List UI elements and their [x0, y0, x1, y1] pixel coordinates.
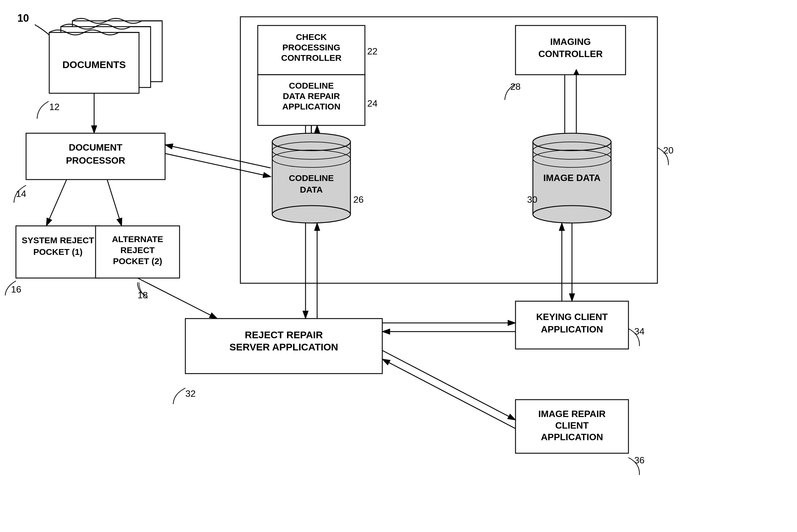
svg-text:16: 16	[11, 284, 21, 294]
svg-text:32: 32	[185, 388, 196, 399]
svg-text:12: 12	[49, 102, 60, 112]
svg-text:DATA REPAIR: DATA REPAIR	[283, 91, 340, 101]
svg-text:SYSTEM REJECT: SYSTEM REJECT	[22, 235, 94, 245]
svg-text:CHECK: CHECK	[296, 32, 327, 42]
svg-line-14	[107, 179, 121, 226]
svg-text:IMAGE DATA: IMAGE DATA	[543, 173, 601, 183]
svg-text:PROCESSOR: PROCESSOR	[66, 155, 125, 166]
svg-text:DOCUMENT: DOCUMENT	[69, 142, 122, 153]
svg-text:CODELINE: CODELINE	[289, 81, 334, 90]
svg-text:DATA: DATA	[300, 185, 323, 194]
svg-line-13	[46, 179, 67, 226]
svg-text:CLIENT: CLIENT	[555, 420, 589, 431]
svg-line-82	[382, 350, 515, 420]
svg-text:IMAGE REPAIR: IMAGE REPAIR	[538, 408, 606, 419]
svg-text:30: 30	[527, 194, 537, 205]
svg-text:DOCUMENTS: DOCUMENTS	[62, 59, 126, 70]
svg-text:24: 24	[367, 98, 378, 109]
svg-text:14: 14	[16, 189, 26, 199]
svg-text:34: 34	[634, 326, 645, 337]
svg-text:CODELINE: CODELINE	[289, 173, 334, 183]
svg-text:APPLICATION: APPLICATION	[541, 324, 603, 335]
svg-text:36: 36	[634, 455, 645, 466]
svg-text:PROCESSING: PROCESSING	[282, 42, 340, 52]
svg-line-83	[382, 359, 515, 429]
svg-text:20: 20	[663, 145, 673, 155]
svg-text:POCKET (2): POCKET (2)	[113, 256, 162, 266]
svg-text:APPLICATION: APPLICATION	[541, 432, 603, 442]
svg-text:REJECT: REJECT	[120, 245, 155, 255]
svg-text:10: 10	[17, 12, 29, 24]
svg-text:REJECT REPAIR: REJECT REPAIR	[245, 329, 323, 340]
diagram-svg: 10 DOCUMENTS 12	[0, 0, 797, 532]
svg-point-60	[533, 206, 611, 223]
svg-text:22: 22	[367, 46, 378, 56]
svg-text:SERVER APPLICATION: SERVER APPLICATION	[229, 341, 338, 353]
svg-point-44	[272, 206, 350, 223]
svg-text:CONTROLLER: CONTROLLER	[538, 49, 603, 59]
svg-text:KEYING CLIENT: KEYING CLIENT	[536, 311, 608, 322]
svg-text:26: 26	[353, 194, 364, 205]
svg-text:ALTERNATE: ALTERNATE	[112, 234, 163, 244]
svg-line-86	[137, 278, 217, 319]
svg-text:CONTROLLER: CONTROLLER	[281, 53, 342, 62]
svg-text:POCKET (1): POCKET (1)	[33, 247, 82, 256]
svg-text:18: 18	[137, 290, 148, 300]
svg-text:IMAGING: IMAGING	[550, 37, 591, 47]
svg-text:APPLICATION: APPLICATION	[282, 102, 340, 111]
diagram-container: 10 DOCUMENTS 12	[0, 0, 797, 532]
